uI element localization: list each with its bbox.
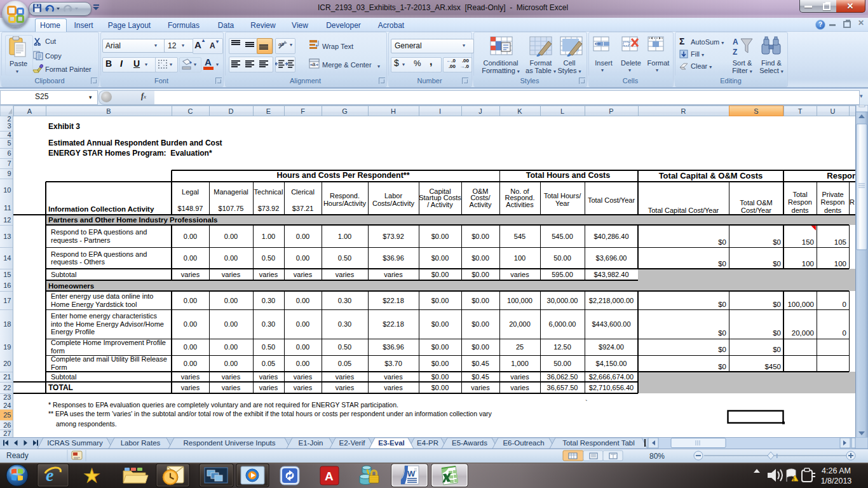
svg-text:595.00: 595.00 (552, 271, 573, 278)
svg-text:26: 26 (3, 421, 11, 429)
svg-text:$2,710,656.40: $2,710,656.40 (589, 384, 634, 391)
svg-text:0.00: 0.00 (224, 233, 238, 240)
svg-text:E5-Awards: E5-Awards (452, 439, 487, 447)
svg-text:varies: varies (181, 271, 200, 278)
svg-text:Exhibit 3: Exhibit 3 (48, 122, 80, 131)
svg-text:20,000: 20,000 (792, 329, 814, 337)
svg-text:5: 5 (7, 139, 11, 147)
svg-text:$0.45: $0.45 (471, 360, 489, 367)
svg-text:$0.00: $0.00 (431, 254, 449, 262)
svg-text:E1-Join: E1-Join (299, 439, 323, 447)
svg-text:S: S (754, 107, 758, 115)
svg-text:$443,600.00: $443,600.00 (592, 320, 630, 328)
svg-text:Total Hours and Costs: Total Hours and Costs (526, 171, 610, 180)
svg-text:Clerical: Clerical (291, 188, 315, 196)
svg-text:Estimated Annual Respondent Bu: Estimated Annual Respondent Burden and C… (48, 139, 222, 147)
svg-text:A: A (27, 107, 32, 115)
svg-text:Activity: Activity (470, 201, 492, 208)
svg-text:100: 100 (514, 254, 526, 262)
svg-text:Complete and mail Utility Bill: Complete and mail Utility Bill Release (51, 355, 167, 363)
svg-text:$2,218,000.00: $2,218,000.00 (589, 297, 634, 304)
svg-text:0.00: 0.00 (224, 297, 238, 304)
svg-text:$0: $0 (718, 346, 726, 353)
svg-text:P: P (609, 107, 613, 115)
svg-text:$0.00: $0.00 (471, 297, 489, 304)
svg-text:$0.00: $0.00 (471, 233, 489, 240)
svg-text:Technical: Technical (254, 188, 283, 196)
svg-text:Complete Home Improvement Prof: Complete Home Improvement Profile (51, 339, 166, 346)
svg-text:24: 24 (3, 402, 11, 409)
svg-text:Cost/Year: Cost/Year (741, 207, 771, 214)
svg-text:100,000: 100,000 (507, 297, 532, 304)
svg-text:30,000.00: 30,000.00 (547, 297, 578, 304)
svg-text:ENERGY STAR Homes Program: Ev: ENERGY STAR Homes Program: Evaluation* (48, 149, 212, 158)
svg-text:150: 150 (802, 238, 814, 246)
svg-text:27: 27 (3, 430, 11, 437)
svg-text:varies: varies (336, 384, 355, 391)
svg-text:100: 100 (834, 260, 846, 268)
svg-text:Private: Private (822, 191, 843, 198)
svg-text:Enter home energy characterist: Enter home energy characteristics (51, 312, 157, 320)
svg-text:Hours/Activity: Hours/Activity (323, 200, 367, 207)
svg-text:$107.75: $107.75 (219, 205, 244, 212)
svg-text:Total Capital Cost/Year: Total Capital Cost/Year (648, 207, 719, 214)
svg-text:among respondents.: among respondents. (56, 420, 117, 428)
svg-text:Respon: Respon (821, 198, 845, 206)
svg-text:$0.00: $0.00 (471, 254, 489, 262)
svg-text:1/8/2013: 1/8/2013 (821, 477, 852, 485)
svg-text:$0: $0 (718, 329, 726, 337)
svg-text:18: 18 (3, 320, 11, 328)
svg-text:Enter energy use data online i: Enter energy use data online into (51, 292, 153, 300)
svg-text:$73.92: $73.92 (383, 233, 404, 240)
svg-text:into the Home Energy Advisor/H: into the Home Energy Advisor/Home (51, 320, 164, 328)
svg-text:Hours and Costs Per Respondent: Hours and Costs Per Respondent** (276, 171, 409, 180)
svg-text:varies: varies (222, 384, 241, 391)
svg-text:$0: $0 (718, 301, 726, 308)
svg-text:varies: varies (336, 271, 355, 278)
svg-text:varies: varies (510, 271, 529, 278)
svg-text:/ Activity: / Activity (427, 201, 453, 208)
svg-text:Managerial: Managerial (214, 188, 248, 196)
svg-text:$0: $0 (773, 260, 781, 268)
svg-text:Total Capital & O&M Costs: Total Capital & O&M Costs (659, 171, 763, 180)
svg-text:0.05: 0.05 (262, 360, 275, 367)
svg-text:12.50: 12.50 (553, 343, 571, 351)
svg-text:$37.21: $37.21 (292, 205, 314, 212)
svg-text:4: 4 (7, 131, 11, 139)
svg-text:0.30: 0.30 (262, 320, 275, 328)
svg-text:19: 19 (3, 343, 11, 351)
svg-text:Respond.: Respond. (330, 192, 360, 200)
svg-text:F: F (301, 107, 305, 115)
svg-text:Total O&M: Total O&M (740, 199, 772, 207)
svg-text:$0.00: $0.00 (431, 297, 449, 304)
svg-text:545: 545 (514, 233, 526, 240)
svg-text:25: 25 (516, 343, 524, 351)
svg-text:15: 15 (3, 271, 11, 278)
svg-text:0.00: 0.00 (296, 254, 309, 262)
svg-text:$43,982.40: $43,982.40 (593, 271, 628, 278)
svg-text:E: E (266, 107, 271, 115)
svg-text:13: 13 (3, 233, 11, 240)
svg-text:requests - Others: requests - Others (51, 258, 105, 266)
svg-text:$36.96: $36.96 (383, 254, 404, 262)
svg-text:Total Cost/Year: Total Cost/Year (588, 196, 635, 204)
svg-text:J: J (478, 107, 482, 115)
svg-text:Activities: Activities (506, 201, 534, 208)
svg-text:varies: varies (384, 373, 403, 381)
svg-text:$0: $0 (718, 363, 726, 370)
svg-text:Labor: Labor (384, 192, 402, 200)
svg-text:100: 100 (802, 260, 814, 268)
svg-text:$2,666,674.00: $2,666,674.00 (589, 373, 634, 381)
svg-text:E6-Outreach: E6-Outreach (503, 439, 544, 447)
svg-text:Respon: Respon (788, 198, 812, 206)
svg-text:$148.97: $148.97 (178, 205, 203, 212)
svg-text:dents: dents (824, 207, 841, 214)
svg-text:$0.45: $0.45 (471, 373, 489, 381)
svg-text:varies: varies (384, 384, 403, 391)
svg-text:$0.00: $0.00 (431, 271, 449, 278)
svg-text:6: 6 (7, 149, 11, 157)
svg-text:0: 0 (843, 329, 846, 337)
svg-text:Subtotal: Subtotal (51, 271, 76, 278)
svg-text:E2-Verif: E2-Verif (339, 439, 366, 447)
svg-text:50.00: 50.00 (553, 360, 571, 367)
